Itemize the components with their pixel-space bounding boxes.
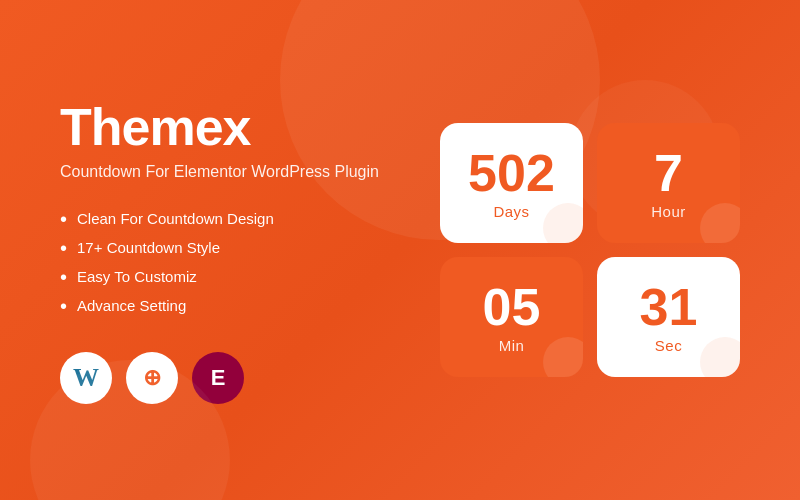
countdown-days-label: Days: [493, 203, 529, 220]
countdown-sec-value: 31: [640, 281, 698, 333]
feature-item-2: 17+ Countdown Style: [60, 238, 400, 258]
feature-text-2: 17+ Countdown Style: [77, 239, 220, 256]
countdown-min: 05 Min: [440, 257, 583, 377]
countdown-hour-label: Hour: [651, 203, 686, 220]
countdown-days-value: 502: [468, 147, 555, 199]
features-list: Clean For Countdown Design 17+ Countdown…: [60, 209, 400, 316]
feature-item-4: Advance Setting: [60, 296, 400, 316]
feature-item-3: Easy To Customiz: [60, 267, 400, 287]
countdown-min-value: 05: [483, 281, 541, 333]
main-container: Themex Countdown For Elementor WordPress…: [0, 0, 800, 500]
elementor-icon: E: [211, 365, 226, 391]
countdown-hour-value: 7: [654, 147, 683, 199]
countdown-hour: 7 Hour: [597, 123, 740, 243]
feature-text-4: Advance Setting: [77, 297, 186, 314]
feature-text-1: Clean For Countdown Design: [77, 210, 274, 227]
countdown-days: 502 Days: [440, 123, 583, 243]
feature-text-3: Easy To Customiz: [77, 268, 197, 285]
countdown-sec-label: Sec: [655, 337, 682, 354]
countdown-min-label: Min: [499, 337, 525, 354]
countdown-sec: 31 Sec: [597, 257, 740, 377]
